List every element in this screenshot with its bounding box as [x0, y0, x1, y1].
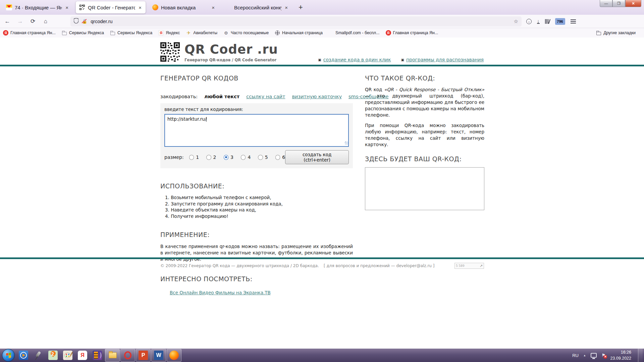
taskbar-word-open[interactable]: W [151, 349, 166, 362]
taskbar-opera-open[interactable] [120, 349, 135, 362]
size-radio-6[interactable] [275, 155, 280, 160]
yandex-icon: Я [386, 30, 391, 36]
taskbar-clock[interactable]: 16:26 23.09.2022 [610, 349, 631, 361]
other-bookmarks[interactable]: Другие закладки [593, 30, 639, 36]
counter-arrow-icon: ↗ [480, 264, 483, 268]
header-link-one-click[interactable]: ▣ создание кода в один клик [318, 57, 391, 62]
bookmark-star-icon[interactable]: ☆ [514, 18, 518, 24]
show-desktop-button[interactable] [638, 349, 643, 362]
windows-flag-icon [6, 353, 11, 358]
hidden-icons-chevron[interactable]: ▲ [583, 354, 586, 357]
teal-divider [0, 65, 644, 66]
network-icon[interactable] [591, 353, 597, 358]
link-label[interactable]: создание кода в один клик [323, 57, 391, 62]
generator-title: ГЕНЕРАТОР QR КОДОВ [160, 74, 353, 82]
size-value: 1 [196, 155, 199, 160]
menu-hamburger-icon[interactable] [571, 19, 576, 23]
encode-label: закодировать: [160, 94, 198, 99]
text-to-encode-input[interactable]: http://starktur.ru/ [164, 114, 349, 147]
restore-button[interactable]: ❐ [612, 0, 625, 7]
size-value: 6 [282, 155, 285, 160]
bookmark-item[interactable]: ✈ Авиабилеты [183, 30, 220, 36]
home-button[interactable]: ⌂ [40, 16, 51, 26]
taskbar-explorer-open[interactable] [105, 349, 120, 362]
application-title: ПРИМЕНЕНИЕ: [160, 231, 353, 238]
tab-qrcoder[interactable]: QR Coder - Генератор QR кодо × [76, 1, 146, 13]
size-radio-4[interactable] [241, 155, 246, 160]
new-tab-button[interactable]: + [295, 3, 306, 12]
create-code-button[interactable]: создать код (ctrl+enter) [285, 150, 349, 164]
taskbar-powerpoint-open[interactable]: P [136, 349, 151, 362]
size-radio-5[interactable] [258, 155, 263, 160]
ekranka-link[interactable]: Все Онлайн Видео Фильмы на Экранка.ТВ [170, 290, 353, 295]
visitor-counter-badge[interactable]: 5 589 ↗ [454, 263, 484, 269]
square-bullet-icon: ▣ [401, 58, 404, 62]
textarea-resize-grip[interactable] [345, 141, 348, 145]
taskbar-yandex-browser[interactable]: Я [75, 349, 90, 362]
url-text[interactable]: qrcoder.ru [91, 19, 514, 24]
result-title: ЗДЕСЬ БУДЕТ ВАШ QR-КОД: [365, 155, 484, 163]
url-bar[interactable]: 🔒 qrcoder.ru ☆ [70, 16, 522, 26]
encode-option-vcard[interactable]: визитную карточку [292, 94, 342, 99]
yandex-icon: Я [78, 351, 87, 360]
pocket-icon[interactable]: ⌄ [526, 19, 532, 24]
site-title[interactable]: QR Coder .ru [184, 42, 278, 57]
about-p1-post: — это двухмерный штрихкод (бар-код), пре… [365, 93, 484, 118]
bookmark-item[interactable]: Я Яндекс [155, 30, 183, 36]
qr-logo-icon [160, 42, 180, 62]
square-bullet-icon: ▣ [318, 58, 321, 62]
microphone-icon [34, 351, 43, 360]
reload-button[interactable]: ⟳ [28, 16, 38, 26]
tab-yandex-mail[interactable]: 74 · Входящие — Яндекс Почта × [3, 1, 72, 13]
taskbar-media-player[interactable] [16, 349, 31, 362]
encode-option-site-link[interactable]: ссылку на сайт [246, 94, 285, 99]
powerpoint-icon: P [139, 351, 148, 360]
encode-option-any-text[interactable]: любой текст [204, 94, 239, 99]
taskbar-firefox-open[interactable] [167, 349, 181, 362]
bookmark-item[interactable]: Я Главная страница Ян... [0, 30, 59, 36]
size-radio-1[interactable] [189, 155, 194, 160]
taskbar-paint[interactable] [60, 349, 75, 362]
language-indicator[interactable]: RU [572, 353, 579, 358]
forward-button[interactable]: → [15, 16, 25, 26]
bookmark-item[interactable]: Я Главная страница Ян... [383, 30, 441, 36]
close-icon[interactable]: × [284, 5, 288, 10]
header-link-recognition[interactable]: ▣ программы для распознавания [401, 57, 484, 62]
taskbar-sound-recorder[interactable] [31, 349, 46, 362]
bookmark-item[interactable]: Сервисы Яндекса [107, 30, 155, 36]
size-radio-2[interactable] [206, 155, 211, 160]
close-icon[interactable]: × [65, 5, 69, 10]
tab-new[interactable]: Новая вкладка × [149, 1, 219, 13]
application-text: В качестве применения qr-кодов можно наз… [160, 243, 353, 262]
tab-contest[interactable]: Всероссийский конкурс «Аркт × [222, 1, 292, 13]
close-window-button[interactable]: ✕ [625, 0, 641, 7]
usage-step: 4. Получите информацию! [165, 213, 353, 220]
action-center-flag-icon[interactable]: ⚑ [601, 353, 606, 358]
start-button[interactable] [2, 349, 15, 362]
insecure-lock-icon[interactable]: 🔒 [82, 19, 87, 24]
close-icon[interactable]: × [138, 5, 142, 10]
opera-icon [124, 351, 131, 359]
link-label[interactable]: программы для распознавания [406, 57, 484, 62]
shield-icon[interactable] [74, 18, 78, 25]
library-icon[interactable] [545, 19, 550, 24]
downloads-icon[interactable]: ↓ [537, 19, 540, 24]
paint-palette-icon [63, 351, 72, 360]
usage-list: 1. Возьмите мобильный телефон с камерой,… [165, 194, 353, 220]
bookmark-item[interactable]: Начальная страница [272, 30, 326, 36]
taskbar-2gis[interactable] [46, 349, 60, 362]
back-button[interactable]: ← [2, 16, 13, 26]
about-p1-pre: QR код [365, 87, 384, 92]
taskbar-movie-maker[interactable] [90, 349, 105, 362]
adblock-extension-badge[interactable]: 796 [555, 18, 565, 25]
bookmark-item[interactable]: Smallpdf.com - беспл... [326, 31, 383, 35]
close-icon[interactable]: × [211, 5, 215, 10]
size-radio-3-selected[interactable] [224, 155, 228, 160]
bookmark-item[interactable]: Сервисы Яндекса [59, 30, 107, 36]
bookmark-item[interactable]: ⚙ Часто посещаемые [220, 30, 272, 36]
encode-options-row: закодировать: любой текст ссылку на сайт… [160, 94, 353, 99]
qrcoder-page: QR Coder .ru Генератор QR-кодов / QR Cod… [0, 38, 644, 349]
minimize-button[interactable]: — [600, 0, 612, 7]
tray-time: 16:26 [610, 349, 631, 355]
yandex-icon: Я [158, 30, 164, 36]
